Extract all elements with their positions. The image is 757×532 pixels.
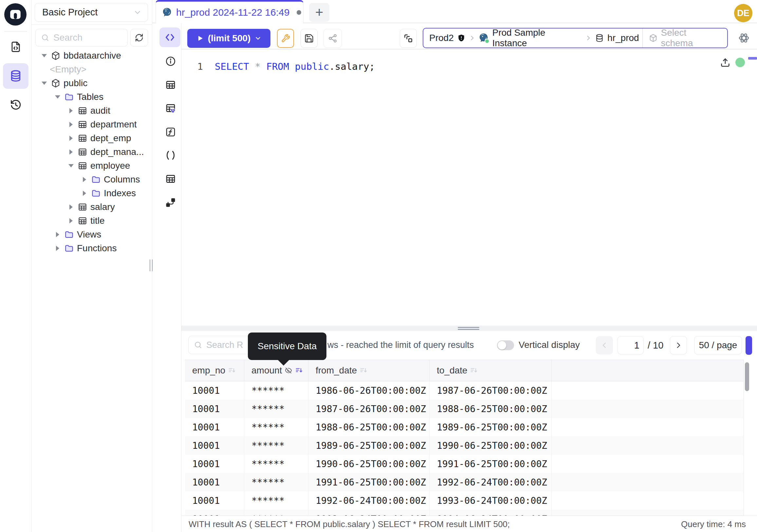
- tree-item-public[interactable]: public: [31, 76, 152, 90]
- column-header-from-date[interactable]: from_date: [308, 360, 430, 381]
- export-button[interactable]: [745, 336, 752, 355]
- panel-resize-handle[interactable]: [181, 326, 757, 331]
- sort-icon-active[interactable]: [295, 366, 303, 374]
- table-row[interactable]: 10001******1991-06-25T00:00:00Z1992-06-2…: [185, 473, 743, 491]
- run-query-button[interactable]: (limit 500): [187, 29, 270, 48]
- postgresql-icon: [162, 7, 172, 18]
- chevron-right-icon: [469, 35, 475, 41]
- editor-rail-external-tables-button[interactable]: [164, 172, 178, 186]
- editor-rail-masked-data-button[interactable]: [164, 101, 178, 115]
- scrollbar-thumb[interactable]: [745, 362, 749, 391]
- chevron-down-icon[interactable]: [53, 93, 62, 101]
- sort-icon[interactable]: [228, 366, 236, 374]
- chevron-down-icon[interactable]: [255, 35, 261, 42]
- column-header-to-date[interactable]: to_date: [430, 360, 552, 381]
- page-size-selector[interactable]: 50 / page: [694, 336, 742, 355]
- table-row[interactable]: 10001******1986-06-26T00:00:00Z1987-06-2…: [185, 381, 743, 400]
- environment-label[interactable]: Prod2: [429, 33, 454, 43]
- column-header-emp-no[interactable]: emp_no: [185, 360, 244, 381]
- prev-page-button[interactable]: [596, 336, 613, 355]
- rail-worksheet-button[interactable]: [7, 38, 24, 55]
- table-scrollbar[interactable]: [743, 360, 750, 516]
- chevron-right-icon[interactable]: [80, 189, 89, 198]
- project-selector-label: Basic Project: [42, 7, 98, 18]
- table-row[interactable]: 10001******1990-06-25T00:00:00Z1991-06-2…: [185, 455, 743, 473]
- vertical-display-toggle[interactable]: [497, 340, 514, 350]
- sidebar-search[interactable]: [35, 29, 128, 47]
- project-selector[interactable]: Basic Project: [35, 3, 148, 22]
- tree-item-salary[interactable]: salary: [31, 200, 152, 214]
- editor-rail-schema-diagram-button[interactable]: [164, 195, 178, 210]
- sidebar-resize-handle[interactable]: [150, 260, 153, 271]
- refresh-button[interactable]: [130, 29, 148, 47]
- tree-item-dept-manager[interactable]: dept_mana...: [31, 145, 152, 159]
- schema-selector[interactable]: Select schema: [642, 28, 727, 47]
- folder-icon: [64, 243, 74, 254]
- sql-editor-line[interactable]: SELECT * FROM public.salary;: [215, 61, 375, 72]
- tree-item-bbdataarchive[interactable]: bbdataarchive: [31, 49, 152, 63]
- rail-history-button[interactable]: [7, 96, 24, 113]
- instance-label[interactable]: Prod Sample Instance: [492, 27, 582, 48]
- avatar[interactable]: DE: [734, 4, 752, 22]
- share-button[interactable]: [323, 29, 342, 48]
- chevron-right-icon[interactable]: [53, 244, 62, 253]
- code-icon: [165, 32, 175, 43]
- tree-item-tables[interactable]: Tables: [31, 90, 152, 104]
- chevron-down-icon[interactable]: [40, 79, 48, 87]
- tree-item-columns[interactable]: Columns: [31, 172, 152, 186]
- table-row[interactable]: 10001******1988-06-25T00:00:00Z1989-06-2…: [185, 418, 743, 436]
- chevron-right-icon[interactable]: [80, 175, 89, 184]
- editor-rail-functions-button[interactable]: [164, 125, 178, 139]
- eye-off-icon[interactable]: [285, 366, 292, 374]
- tree-item-functions[interactable]: Functions: [31, 241, 152, 255]
- new-tab-button[interactable]: +: [309, 3, 329, 22]
- table-row[interactable]: 10001******1987-06-26T00:00:00Z1988-06-2…: [185, 400, 743, 418]
- chevron-right-icon[interactable]: [53, 230, 62, 239]
- editor-rail-procedures-button[interactable]: [164, 148, 178, 163]
- next-page-button[interactable]: [670, 336, 687, 355]
- batch-query-button[interactable]: [400, 29, 417, 48]
- ai-assistant-button[interactable]: [735, 29, 752, 47]
- schema-icon: [50, 78, 61, 88]
- sidebar-divider: [31, 24, 152, 24]
- sidebar-search-input[interactable]: [53, 32, 113, 43]
- chevron-down-icon[interactable]: [67, 162, 75, 170]
- sort-icon[interactable]: [359, 366, 367, 374]
- tree-item-audit[interactable]: audit: [31, 104, 152, 118]
- table-row[interactable]: 10001******1992-06-24T00:00:00Z1993-06-2…: [185, 491, 743, 510]
- share-icon: [328, 33, 338, 43]
- column-label: emp_no: [192, 365, 225, 376]
- sort-icon[interactable]: [470, 366, 478, 374]
- upload-button[interactable]: [720, 57, 731, 68]
- page-number-input[interactable]: 1: [618, 336, 644, 355]
- tree-item-indexes[interactable]: Indexes: [31, 186, 152, 200]
- table-row[interactable]: 10001******1993-06-24T00:00:00Z1994-06-2…: [185, 510, 743, 516]
- column-header-amount[interactable]: amount: [244, 360, 308, 381]
- save-button[interactable]: [301, 29, 318, 48]
- tab-hr-prod[interactable]: hr_prod 2024-11-22 16:49: [156, 0, 304, 23]
- tree-item-department[interactable]: department: [31, 118, 152, 131]
- chevron-down-icon[interactable]: [40, 51, 48, 60]
- bytebase-logo[interactable]: [4, 3, 26, 25]
- editor-code-view-button[interactable]: [160, 27, 180, 47]
- tree-item-title[interactable]: title: [31, 214, 152, 228]
- tree-item-views[interactable]: Views: [31, 228, 152, 241]
- table-icon: [77, 106, 88, 116]
- chevron-right-icon[interactable]: [67, 203, 75, 211]
- editor-rail-tables-button[interactable]: [164, 78, 178, 92]
- wrench-icon: [281, 33, 290, 43]
- connection-breadcrumb[interactable]: Prod2 Prod Sample Instance hr_prod Selec…: [423, 28, 728, 48]
- chevron-right-icon[interactable]: [67, 107, 75, 115]
- tree-item-employee[interactable]: employee: [31, 159, 152, 172]
- sql-editor-app: Basic Project bbdataarchive <Empty> publ…: [0, 0, 757, 532]
- chevron-right-icon[interactable]: [67, 217, 75, 225]
- chevron-right-icon[interactable]: [67, 148, 75, 156]
- rail-database-button-active[interactable]: [3, 63, 28, 89]
- database-label[interactable]: hr_prod: [607, 33, 639, 43]
- chevron-right-icon[interactable]: [67, 120, 75, 129]
- editor-rail-info-button[interactable]: [164, 54, 178, 69]
- format-sql-button[interactable]: [277, 29, 294, 48]
- tree-item-dept-emp[interactable]: dept_emp: [31, 131, 152, 145]
- chevron-right-icon[interactable]: [67, 134, 75, 142]
- table-row[interactable]: 10001******1989-06-25T00:00:00Z1990-06-2…: [185, 436, 743, 455]
